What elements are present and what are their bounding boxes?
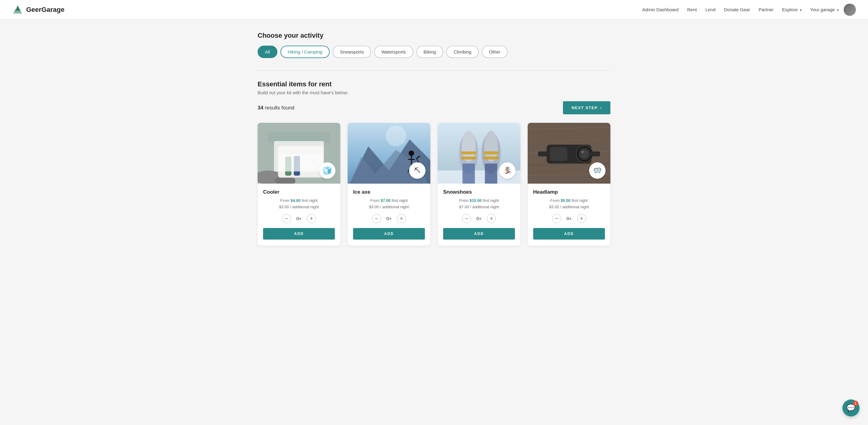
nav-links: Admin Dashboard Rent Lend Donate Gear Pa… [642, 7, 839, 12]
card-image-wrapper-headlamp: 🥽 [528, 123, 611, 184]
ice-axe-first-night: first night [392, 198, 408, 203]
svg-point-45 [581, 151, 584, 153]
filter-all[interactable]: All [257, 45, 277, 58]
cooler-pricing: From $4.00 first night $3.00 / additiona… [263, 198, 335, 210]
ice-axe-product-name: Ice axe [353, 189, 425, 195]
svg-rect-46 [538, 152, 548, 156]
svg-rect-9 [285, 157, 291, 175]
brand-name: GeerGarage [26, 6, 64, 14]
cooler-qty-display: 0+ [295, 216, 303, 221]
ice-axe-add-button[interactable]: ADD [353, 228, 425, 239]
avatar[interactable] [844, 4, 856, 16]
cooler-icon: 🧊 [322, 166, 332, 175]
svg-point-15 [409, 151, 414, 156]
results-number: 34 [257, 105, 264, 111]
headlamp-pricing: From $5.00 first night $3.00 / additiona… [533, 198, 605, 210]
card-image-wrapper-cooler: 🧊 [257, 123, 340, 184]
essential-subtitle: Build out your kit with the must have's … [257, 90, 611, 95]
filter-climbing[interactable]: Climbing [446, 45, 478, 58]
filter-watersports[interactable]: Watersports [374, 45, 413, 58]
navbar: GeerGarage Admin Dashboard Rent Lend Don… [0, 0, 868, 20]
results-label: results found [265, 105, 294, 111]
next-step-button[interactable]: NEXT STEP › [563, 101, 611, 114]
filter-hiking-camping[interactable]: Hiking / Camping [280, 45, 330, 58]
cooler-price: $4.00 [291, 198, 301, 203]
results-count: 34 results found [257, 105, 294, 111]
svg-rect-4 [268, 133, 330, 143]
products-grid: 🧊 Cooler From $4.00 first night $3.00 / … [257, 123, 611, 246]
svg-rect-7 [278, 146, 323, 177]
nav-lend[interactable]: Lend [705, 7, 715, 12]
snowshoes-price: $15.00 [470, 198, 482, 203]
card-body-ice-axe: Ice axe From $7.00 first night $3.00 / a… [348, 184, 430, 246]
garage-chevron-icon: ▾ [837, 8, 839, 12]
headlamp-qty-plus[interactable]: + [577, 214, 586, 223]
svg-rect-26 [461, 152, 476, 154]
nav-your-garage[interactable]: Your garage ▾ [810, 7, 839, 12]
main-content: Choose your activity All Hiking / Campin… [251, 20, 617, 258]
ice-axe-qty-display: 0+ [385, 216, 393, 221]
ice-axe-add-price: $3.00 / additional night [369, 205, 409, 209]
cooler-add-button[interactable]: ADD [263, 228, 335, 239]
nav-explore[interactable]: Explore ▾ [782, 7, 802, 12]
ice-axe-qty-row: − 0+ + [353, 214, 425, 223]
product-card-snowshoes: 🏂 Snowshoes From $15.00 first night $7.0… [438, 123, 520, 246]
brand-logo[interactable]: GeerGarage [12, 4, 64, 15]
snowshoes-icon: 🏂 [503, 167, 512, 174]
snowshoes-qty-display: 0+ [475, 216, 483, 221]
next-step-arrow-icon: › [600, 105, 602, 110]
product-card-ice-axe: ⛏ Ice axe From $7.00 first night $3.00 /… [348, 123, 430, 246]
card-image-wrapper-ice-axe: ⛏ [348, 123, 430, 184]
cooler-add-price: $3.00 / additional night [279, 205, 319, 209]
activity-filters: All Hiking / Camping Snowsports Waterspo… [257, 45, 611, 58]
svg-rect-41 [550, 147, 567, 161]
headlamp-add-button[interactable]: ADD [533, 228, 605, 239]
ice-axe-pricing: From $7.00 first night $3.00 / additiona… [353, 198, 425, 210]
card-body-headlamp: Headlamp From $5.00 first night $3.00 / … [528, 184, 611, 246]
activity-section-title: Choose your activity [257, 32, 611, 39]
card-image-wrapper-snowshoes: 🏂 [438, 123, 520, 184]
card-body-snowshoes: Snowshoes From $15.00 first night $7.00 … [438, 184, 520, 246]
nav-admin-dashboard[interactable]: Admin Dashboard [642, 7, 679, 12]
svg-point-14 [385, 126, 406, 146]
headlamp-first-night: first night [572, 198, 588, 203]
product-card-cooler: 🧊 Cooler From $4.00 first night $3.00 / … [257, 123, 340, 246]
snowshoes-add-price: $7.00 / additional night [459, 205, 499, 209]
nav-partner[interactable]: Partner [758, 7, 773, 12]
snowshoes-first-night: first night [483, 198, 499, 203]
nav-donate-gear[interactable]: Donate Gear [724, 7, 750, 12]
filter-snowsports[interactable]: Snowsports [333, 45, 371, 58]
cooler-qty-plus[interactable]: + [307, 214, 316, 223]
svg-rect-33 [485, 164, 497, 184]
filter-biking[interactable]: Biking [416, 45, 443, 58]
snowshoes-qty-row: − 0+ + [443, 214, 515, 223]
snowshoes-qty-minus[interactable]: − [462, 214, 471, 223]
cooler-first-night: first night [302, 198, 318, 203]
brand-icon [12, 4, 23, 15]
snowshoes-pricing: From $15.00 first night $7.00 / addition… [443, 198, 515, 210]
card-body-cooler: Cooler From $4.00 first night $3.00 / ad… [257, 184, 340, 246]
snowshoes-product-name: Snowshoes [443, 189, 515, 195]
headlamp-qty-minus[interactable]: − [552, 214, 561, 223]
headlamp-qty-row: − 0+ + [533, 214, 605, 223]
ice-axe-icon: ⛏ [414, 167, 421, 174]
cooler-qty-minus[interactable]: − [282, 214, 291, 223]
snowshoes-icon-badge: 🏂 [499, 162, 516, 179]
results-row: 34 results found NEXT STEP › [257, 101, 611, 114]
next-step-label: NEXT STEP [571, 105, 598, 110]
headlamp-product-name: Headlamp [533, 189, 605, 195]
svg-marker-1 [15, 5, 20, 11]
svg-rect-30 [484, 152, 499, 154]
cooler-product-name: Cooler [263, 189, 335, 195]
explore-chevron-icon: ▾ [800, 8, 802, 12]
snowshoes-add-button[interactable]: ADD [443, 228, 515, 239]
svg-rect-32 [463, 164, 475, 184]
snowshoes-qty-plus[interactable]: + [487, 214, 496, 223]
nav-rent[interactable]: Rent [687, 7, 697, 12]
essential-section-title: Essential items for rent [257, 80, 611, 88]
headlamp-icon-badge: 🥽 [589, 162, 606, 179]
ice-axe-qty-minus[interactable]: − [372, 214, 381, 223]
svg-rect-31 [484, 157, 499, 159]
filter-other[interactable]: Other [482, 45, 508, 58]
ice-axe-qty-plus[interactable]: + [397, 214, 406, 223]
